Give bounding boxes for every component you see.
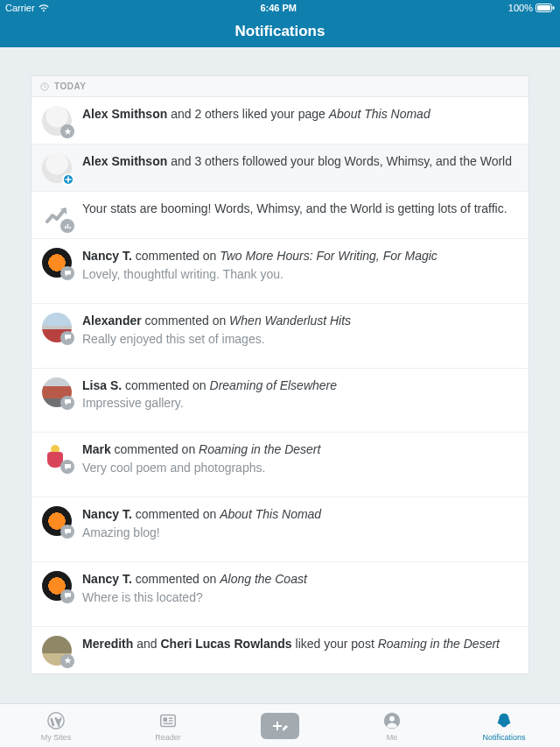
stats-icon — [60, 219, 74, 233]
notification-row[interactable]: Meredith and Cheri Lucas Rowlands liked … — [32, 627, 528, 673]
notification-text: Nancy T. commented on About This Nomad A… — [82, 506, 518, 553]
comment-icon — [60, 460, 74, 474]
nav-bar: Notifications — [0, 16, 560, 47]
battery-label: 100% — [508, 3, 533, 13]
svg-rect-1 — [537, 5, 550, 11]
avatar — [42, 377, 72, 407]
follow-icon — [62, 173, 74, 186]
section-header-label: TODAY — [54, 81, 86, 91]
wifi-icon — [38, 4, 49, 12]
comment-preview: Impressive gallery. — [82, 395, 518, 412]
notification-list-container: TODAY Alex Smithson and 2 others liked y… — [0, 47, 560, 703]
tab-label: My Sites — [41, 733, 72, 742]
notification-text: Meredith and Cheri Lucas Rowlands liked … — [82, 636, 518, 666]
notification-row[interactable]: Alex Smithson and 3 others followed your… — [32, 144, 528, 192]
page-title: Notifications — [235, 23, 326, 40]
tab-label: Me — [387, 733, 398, 742]
comment-icon — [60, 396, 74, 410]
section-header-today: TODAY — [32, 76, 528, 97]
clock-label: 6:46 PM — [49, 3, 508, 13]
avatar — [42, 571, 72, 601]
comment-preview: Very cool poem and photographs. — [82, 460, 518, 476]
avatar — [42, 313, 72, 342]
tab-reader[interactable]: Reader — [112, 704, 224, 747]
notification-row[interactable]: Nancy T. commented on Along the Coast Wh… — [32, 562, 528, 627]
comment-preview: Really enjoyed this set of images. — [82, 331, 518, 348]
notification-panel: TODAY Alex Smithson and 2 others liked y… — [31, 75, 529, 674]
avatar — [42, 636, 72, 666]
notification-row[interactable]: Alexander commented on When Wanderlust H… — [32, 304, 528, 369]
comment-icon — [60, 589, 74, 603]
notification-row[interactable]: Mark commented on Roaming in the Desert … — [32, 433, 528, 497]
avatar — [42, 441, 72, 471]
notification-text: Mark commented on Roaming in the Desert … — [82, 441, 518, 489]
star-icon — [60, 124, 74, 138]
notification-row[interactable]: Lisa S. commented on Dreaming of Elsewhe… — [32, 369, 528, 433]
compose-icon — [261, 713, 299, 739]
clock-icon — [40, 79, 49, 95]
notification-row[interactable]: Nancy T. commented on Two More Hours: Fo… — [32, 239, 528, 304]
notification-row[interactable]: Alex Smithson and 2 others liked your pa… — [32, 97, 528, 144]
notification-text: Nancy T. commented on Along the Coast Wh… — [82, 571, 518, 618]
avatar — [42, 248, 72, 278]
comment-preview: Lovely, thoughtful writing. Thank you. — [82, 266, 518, 283]
reader-icon — [158, 710, 178, 731]
notification-text: Alex Smithson and 2 others liked your pa… — [82, 106, 518, 136]
comment-preview: Amazing blog! — [82, 525, 518, 541]
notification-text: Your stats are booming! Words, Whimsy, a… — [82, 201, 518, 230]
tab-new-post[interactable] — [224, 704, 336, 747]
avatar — [42, 153, 72, 183]
svg-rect-6 — [164, 717, 168, 722]
tab-notifications[interactable]: Notifications — [448, 704, 560, 747]
carrier-label: Carrier — [5, 3, 35, 13]
svg-rect-2 — [553, 6, 555, 10]
bell-icon — [494, 710, 514, 731]
comment-icon — [60, 525, 74, 539]
svg-rect-5 — [161, 715, 176, 726]
tab-me[interactable]: Me — [336, 704, 448, 747]
status-bar: Carrier 6:46 PM 100% — [0, 0, 560, 16]
avatar — [42, 201, 72, 230]
comment-preview: Where is this located? — [82, 589, 518, 606]
comment-icon — [60, 331, 74, 345]
tab-my-sites[interactable]: My Sites — [0, 704, 112, 747]
notification-text: Alex Smithson and 3 others followed your… — [82, 153, 518, 183]
battery-icon — [536, 4, 555, 12]
avatar — [42, 506, 72, 536]
avatar — [42, 106, 72, 136]
notification-text: Lisa S. commented on Dreaming of Elsewhe… — [82, 377, 518, 425]
person-icon — [382, 710, 402, 731]
notification-row[interactable]: Your stats are booming! Words, Whimsy, a… — [32, 192, 528, 239]
notification-row[interactable]: Nancy T. commented on About This Nomad A… — [32, 497, 528, 562]
notification-text: Alexander commented on When Wanderlust H… — [82, 313, 518, 360]
comment-icon — [60, 266, 74, 280]
tab-label: Notifications — [482, 733, 525, 742]
wordpress-icon — [46, 710, 66, 731]
notification-text: Nancy T. commented on Two More Hours: Fo… — [82, 248, 518, 295]
svg-point-11 — [389, 715, 395, 721]
tab-label: Reader — [155, 733, 181, 742]
tab-bar: My Sites Reader Me Notifications — [0, 703, 560, 747]
star-icon — [60, 654, 74, 668]
